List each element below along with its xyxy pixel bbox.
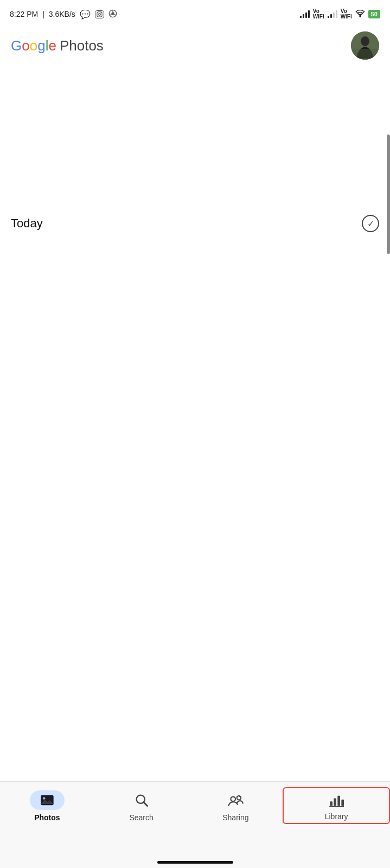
battery-level: 50 — [371, 11, 378, 17]
svg-point-4 — [111, 12, 114, 15]
status-separator: | — [42, 10, 44, 18]
logo-container: Google Photos — [11, 37, 104, 54]
vo-wifi-label-2: VoWiFi — [341, 9, 352, 20]
status-bar: 8:22 PM | 3.6KB/s 💬 VoWiFi VoWiFi 50 — [0, 0, 390, 26]
search-nav-label: Search — [129, 813, 153, 822]
svg-point-8 — [359, 15, 361, 17]
svg-rect-21 — [334, 799, 336, 806]
library-icon-container — [319, 790, 354, 810]
status-left: 8:22 PM | 3.6KB/s 💬 — [10, 9, 117, 20]
sharing-nav-label: Sharing — [222, 813, 248, 822]
library-icon — [329, 793, 344, 808]
photos-icon — [40, 793, 55, 808]
app-header: Google Photos — [0, 26, 390, 65]
signal-bars-2 — [328, 10, 337, 18]
scroll-indicator[interactable] — [387, 135, 390, 254]
svg-point-0 — [98, 13, 100, 15]
check-circle-button[interactable]: ✓ — [362, 215, 379, 232]
wifi-icon — [355, 10, 365, 19]
search-icon-container — [124, 790, 159, 810]
avatar-image — [351, 31, 379, 60]
svg-point-10 — [361, 36, 369, 46]
library-nav-label: Library — [325, 812, 348, 821]
svg-line-7 — [110, 14, 112, 15]
photos-nav-label: Photos — [34, 813, 60, 822]
svg-line-16 — [144, 802, 147, 806]
status-speed: 3.6KB/s — [49, 10, 75, 18]
user-avatar[interactable] — [351, 31, 379, 60]
today-label: Today — [11, 216, 43, 231]
instagram-icon — [95, 10, 104, 18]
svg-rect-20 — [330, 801, 333, 806]
google-logo: Google Photos — [11, 37, 104, 54]
whatsapp-icon: 💬 — [80, 9, 91, 20]
vo-wifi-label-1: VoWiFi — [313, 9, 324, 20]
svg-rect-23 — [341, 800, 344, 806]
svg-rect-22 — [337, 796, 340, 806]
svg-point-2 — [100, 12, 101, 13]
nav-item-library[interactable]: Library — [283, 787, 390, 824]
nav-item-sharing[interactable]: Sharing — [189, 790, 283, 822]
svg-point-14 — [43, 797, 46, 800]
svg-point-17 — [231, 797, 236, 802]
nav-item-search[interactable]: Search — [94, 790, 189, 822]
photos-label: Photos — [60, 37, 104, 54]
browser-icon — [108, 9, 117, 20]
status-time: 8:22 PM — [10, 10, 38, 18]
checkmark-icon: ✓ — [367, 219, 374, 229]
google-g: Google — [11, 37, 56, 54]
photo-grid — [0, 241, 390, 458]
bottom-navigation: Photos Search Sharing — [0, 781, 390, 868]
main-content: Today ✓ — [0, 206, 390, 458]
battery-indicator: 50 — [368, 10, 380, 18]
signal-bars-1 — [300, 10, 310, 18]
svg-line-6 — [114, 14, 116, 15]
sharing-icon — [227, 793, 244, 808]
search-icon — [134, 793, 149, 808]
nav-item-photos[interactable]: Photos — [0, 790, 94, 822]
today-section: Today ✓ — [0, 206, 390, 241]
svg-rect-11 — [351, 49, 379, 60]
status-right: VoWiFi VoWiFi 50 — [300, 9, 380, 20]
photos-icon-container — [30, 790, 65, 810]
sharing-icon-container — [218, 790, 253, 810]
home-indicator — [157, 861, 233, 864]
